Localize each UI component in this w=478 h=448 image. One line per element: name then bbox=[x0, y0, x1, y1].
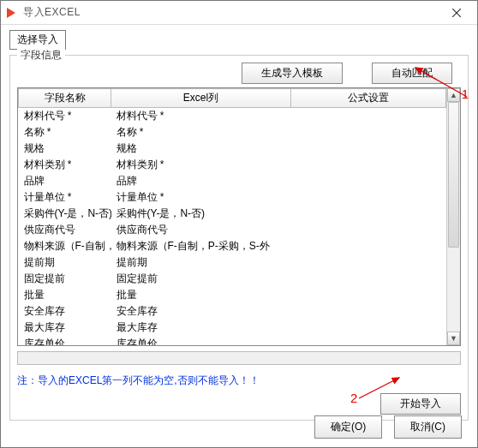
field-mapping-table: 字段名称 Excel列 公式设置 材料代号 *材料代号 *名称 *名称 *规格规… bbox=[18, 88, 446, 345]
cell-field-name[interactable]: 规格 bbox=[19, 140, 111, 157]
table-row[interactable]: 品牌品牌 bbox=[19, 173, 446, 189]
auto-match-button[interactable]: 自动匹配 bbox=[372, 63, 452, 84]
table-row[interactable]: 供应商代号供应商代号 bbox=[19, 222, 446, 238]
app-logo-icon bbox=[4, 6, 18, 20]
ok-button[interactable]: 确定(O) bbox=[314, 415, 382, 439]
field-info-actions: 生成导入模板 自动匹配 bbox=[17, 63, 461, 84]
cell-excel-col[interactable]: 最大库存 bbox=[111, 320, 291, 336]
cell-field-name[interactable]: 名称 * bbox=[19, 124, 111, 140]
cell-formula[interactable] bbox=[291, 287, 446, 303]
field-table-wrap: 字段名称 Excel列 公式设置 材料代号 *材料代号 *名称 *名称 *规格规… bbox=[17, 87, 461, 346]
cell-excel-col[interactable]: 名称 * bbox=[111, 124, 291, 140]
field-info-legend: 字段信息 bbox=[17, 48, 65, 63]
table-row[interactable]: 库存单价库存单价 bbox=[19, 336, 446, 345]
table-row[interactable]: 批量批量 bbox=[19, 287, 446, 303]
start-import-button[interactable]: 开始导入 bbox=[380, 393, 461, 415]
col-excel-col[interactable]: Excel列 bbox=[111, 89, 291, 108]
scroll-up-icon[interactable]: ▲ bbox=[447, 88, 460, 102]
start-import-row: 开始导入 bbox=[17, 393, 461, 415]
cell-field-name[interactable]: 物料来源（F-自制，P bbox=[19, 238, 111, 254]
cell-excel-col[interactable]: 材料类别 * bbox=[111, 157, 291, 173]
cell-excel-col[interactable]: 品牌 bbox=[111, 173, 291, 189]
generate-template-button[interactable]: 生成导入模板 bbox=[242, 63, 343, 84]
cell-formula[interactable] bbox=[291, 238, 446, 254]
cell-formula[interactable] bbox=[291, 189, 446, 206]
table-row[interactable]: 提前期提前期 bbox=[19, 254, 446, 271]
table-row[interactable]: 安全库存安全库存 bbox=[19, 303, 446, 320]
table-header-row: 字段名称 Excel列 公式设置 bbox=[19, 89, 446, 108]
horizontal-scrollbar[interactable] bbox=[17, 351, 461, 365]
window-title: 导入EXCEL bbox=[23, 5, 81, 20]
cell-formula[interactable] bbox=[291, 157, 446, 173]
cell-field-name[interactable]: 提前期 bbox=[19, 254, 111, 271]
cell-excel-col[interactable]: 材料代号 * bbox=[111, 108, 291, 125]
cell-field-name[interactable]: 材料代号 * bbox=[19, 108, 111, 125]
table-row[interactable]: 固定提前固定提前 bbox=[19, 271, 446, 287]
cell-excel-col[interactable]: 固定提前 bbox=[111, 271, 291, 287]
table-row[interactable]: 材料代号 *材料代号 * bbox=[19, 108, 446, 125]
cell-formula[interactable] bbox=[291, 206, 446, 222]
cell-formula[interactable] bbox=[291, 108, 446, 125]
cell-formula[interactable] bbox=[291, 254, 446, 271]
dialog-buttons: 确定(O) 取消(C) bbox=[314, 415, 462, 439]
cell-formula[interactable] bbox=[291, 124, 446, 140]
col-field-name[interactable]: 字段名称 bbox=[19, 89, 111, 108]
cell-formula[interactable] bbox=[291, 222, 446, 238]
col-formula[interactable]: 公式设置 bbox=[291, 89, 446, 108]
table-body: 材料代号 *材料代号 *名称 *名称 *规格规格材料类别 *材料类别 *品牌品牌… bbox=[19, 108, 446, 346]
cell-formula[interactable] bbox=[291, 336, 446, 345]
cell-formula[interactable] bbox=[291, 271, 446, 287]
cell-excel-col[interactable]: 采购件(Y-是，N-否) bbox=[111, 206, 291, 222]
cell-excel-col[interactable]: 提前期 bbox=[111, 254, 291, 271]
cell-excel-col[interactable]: 安全库存 bbox=[111, 303, 291, 320]
field-table-scroll: 字段名称 Excel列 公式设置 材料代号 *材料代号 *名称 *名称 *规格规… bbox=[18, 88, 446, 345]
cell-field-name[interactable]: 安全库存 bbox=[19, 303, 111, 320]
cell-field-name[interactable]: 材料类别 * bbox=[19, 157, 111, 173]
field-info-group: 字段信息 生成导入模板 自动匹配 字段名称 Excel列 公式设置 bbox=[9, 55, 469, 421]
table-row[interactable]: 材料类别 *材料类别 * bbox=[19, 157, 446, 173]
cell-formula[interactable] bbox=[291, 173, 446, 189]
cell-field-name[interactable]: 最大库存 bbox=[19, 320, 111, 336]
cell-formula[interactable] bbox=[291, 320, 446, 336]
cell-field-name[interactable]: 库存单价 bbox=[19, 336, 111, 345]
scroll-down-icon[interactable]: ▼ bbox=[447, 332, 460, 345]
table-row[interactable]: 规格规格 bbox=[19, 140, 446, 157]
table-row[interactable]: 计量单位 *计量单位 * bbox=[19, 189, 446, 206]
cell-field-name[interactable]: 批量 bbox=[19, 287, 111, 303]
import-excel-dialog: 导入EXCEL 选择导入 字段信息 生成导入模板 自动匹配 字段名称 bbox=[0, 0, 478, 448]
close-button[interactable] bbox=[439, 1, 474, 25]
scroll-track[interactable] bbox=[447, 102, 460, 332]
cell-excel-col[interactable]: 供应商代号 bbox=[111, 222, 291, 238]
cell-field-name[interactable]: 供应商代号 bbox=[19, 222, 111, 238]
cell-excel-col[interactable]: 库存单价 bbox=[111, 336, 291, 345]
table-row[interactable]: 最大库存最大库存 bbox=[19, 320, 446, 336]
svg-marker-0 bbox=[7, 8, 15, 18]
cell-field-name[interactable]: 固定提前 bbox=[19, 271, 111, 287]
cell-excel-col[interactable]: 规格 bbox=[111, 140, 291, 157]
cell-field-name[interactable]: 计量单位 * bbox=[19, 189, 111, 206]
cell-field-name[interactable]: 品牌 bbox=[19, 173, 111, 189]
cell-excel-col[interactable]: 物料来源（F-自制，P-采购，S-外 bbox=[111, 238, 291, 254]
cell-formula[interactable] bbox=[291, 140, 446, 157]
vertical-scrollbar[interactable]: ▲ ▼ bbox=[446, 88, 460, 345]
cell-formula[interactable] bbox=[291, 303, 446, 320]
cell-excel-col[interactable]: 批量 bbox=[111, 287, 291, 303]
table-row[interactable]: 名称 *名称 * bbox=[19, 124, 446, 140]
table-row[interactable]: 物料来源（F-自制，P物料来源（F-自制，P-采购，S-外 bbox=[19, 238, 446, 254]
cell-excel-col[interactable]: 计量单位 * bbox=[111, 189, 291, 206]
titlebar: 导入EXCEL bbox=[1, 1, 477, 25]
close-icon bbox=[452, 9, 461, 17]
scroll-thumb[interactable] bbox=[448, 102, 459, 248]
import-note: 注：导入的EXCEL第一列不能为空,否则不能导入！！ bbox=[17, 372, 461, 390]
cell-field-name[interactable]: 采购件(Y-是，N-否) bbox=[19, 206, 111, 222]
table-row[interactable]: 采购件(Y-是，N-否)采购件(Y-是，N-否) bbox=[19, 206, 446, 222]
cancel-button[interactable]: 取消(C) bbox=[394, 415, 462, 439]
select-import-button[interactable]: 选择导入 bbox=[9, 30, 66, 50]
dialog-body: 选择导入 字段信息 生成导入模板 自动匹配 字段名称 Excel列 公式设置 bbox=[1, 25, 477, 426]
